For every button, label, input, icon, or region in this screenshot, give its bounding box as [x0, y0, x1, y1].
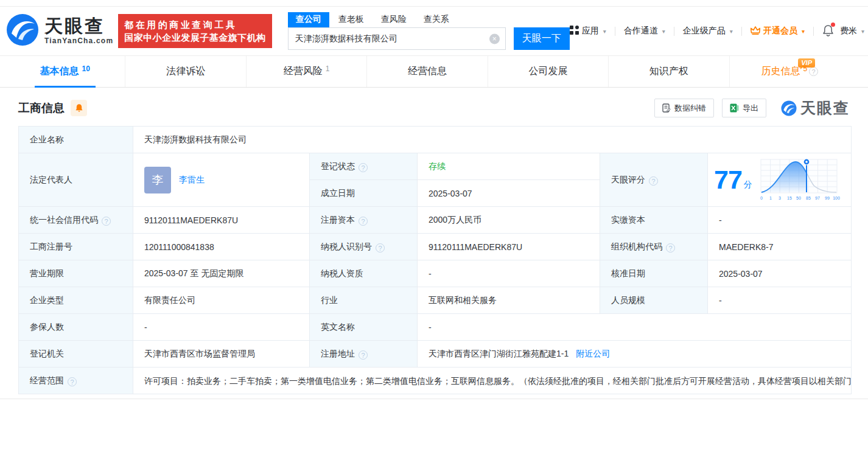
- username: 费米: [840, 26, 857, 37]
- menu-enterprise[interactable]: 企业级产品 ▾: [683, 26, 733, 37]
- section-title: 工商信息: [18, 100, 65, 116]
- field-label: 纳税人资质: [310, 260, 418, 287]
- tab-history-info[interactable]: VIP 历史信息 5 ?: [729, 56, 850, 87]
- clear-search-icon[interactable]: ×: [489, 33, 500, 44]
- divider: [741, 27, 742, 36]
- chart-tick: 99: [825, 196, 830, 200]
- field-label: 人员规模: [600, 287, 708, 314]
- business-term-value: 2025-03-07 至 无固定期限: [133, 260, 310, 287]
- english-name-value: -: [418, 314, 852, 341]
- question-icon[interactable]: ?: [68, 377, 77, 386]
- field-label: 法定代表人: [19, 153, 133, 207]
- tab-business-info[interactable]: 经营信息: [366, 56, 487, 87]
- tianyancha-logo-icon: [6, 13, 39, 49]
- field-label: 注册地址?: [310, 341, 418, 368]
- business-info-table: 企业名称 天津澎湃数据科技有限公司 法定代表人 李 李雷生 登记状态? 存续 天…: [18, 126, 852, 394]
- industry-value: 互联网和相关服务: [418, 287, 600, 314]
- question-icon[interactable]: ?: [649, 176, 658, 186]
- promo-line1: 都在用的商业查询工具: [124, 18, 266, 31]
- business-scope-value: 许可项目：拍卖业务；二手车拍卖；第一类增值电信业务；第二类增值电信业务；互联网信…: [133, 368, 852, 394]
- tab-basic-info[interactable]: 基本信息 10: [5, 56, 125, 87]
- search-input[interactable]: [288, 27, 506, 50]
- data-correction-label: 数据纠错: [674, 103, 706, 114]
- score-distribution-chart: 0 1 3 15 50 85 97 99 100: [758, 157, 840, 203]
- chevron-down-icon: ▾: [861, 28, 864, 35]
- field-label: 统一社会信用代码?: [19, 207, 133, 234]
- table-row: 企业类型 有限责任公司 行业 互联网和相关服务 人员规模 -: [19, 287, 852, 314]
- menu-apps[interactable]: 应用 ▾: [570, 26, 606, 37]
- table-row: 参保人数 - 英文名称 -: [19, 314, 852, 341]
- watermark-text: 天眼查: [800, 98, 850, 118]
- tab-label: 经营信息: [408, 65, 447, 78]
- tab-label: 历史信息: [761, 65, 800, 78]
- nearby-companies-link[interactable]: 附近公司: [576, 349, 610, 358]
- search-tab-boss[interactable]: 查老板: [331, 12, 372, 27]
- question-icon[interactable]: ?: [359, 163, 368, 172]
- divider: [615, 27, 615, 36]
- site-logo[interactable]: 天眼查 TianYanCha.com: [6, 13, 113, 49]
- menu-partner-label: 合作通道: [624, 26, 658, 37]
- data-correction-button[interactable]: 数据纠错: [654, 99, 714, 117]
- staff-size-value: -: [708, 287, 852, 314]
- tab-intellectual-property[interactable]: 知识产权: [608, 56, 729, 87]
- export-button[interactable]: 导出: [722, 99, 766, 117]
- menu-user[interactable]: 费米 ▾: [840, 26, 864, 37]
- section-header: 工商信息 数据纠错 导出: [18, 98, 850, 118]
- search-button[interactable]: 天眼一下: [514, 27, 570, 50]
- search-tab-relation[interactable]: 查关系: [416, 12, 457, 27]
- chart-tick: 1: [769, 196, 772, 200]
- search-tab-risk[interactable]: 查风险: [373, 12, 415, 27]
- chevron-down-icon: ▾: [802, 28, 805, 35]
- table-row: 经营范围? 许可项目：拍卖业务；二手车拍卖；第一类增值电信业务；第二类增值电信业…: [19, 368, 852, 394]
- question-icon[interactable]: ?: [376, 243, 385, 253]
- org-code-value: MAEDERK8-7: [708, 234, 852, 260]
- legal-rep-link[interactable]: 李雷生: [179, 175, 205, 186]
- question-icon[interactable]: ?: [359, 350, 368, 360]
- tab-label: 知识产权: [649, 65, 688, 78]
- search-box: 查公司 查老板 查风险 查关系 × 天眼一下: [288, 12, 570, 50]
- score-unit: 分: [744, 179, 752, 190]
- search-tabs: 查公司 查老板 查风险 查关系: [288, 12, 570, 27]
- score-cell: 77 分: [708, 153, 852, 207]
- company-name-value: 天津澎湃数据科技有限公司: [133, 127, 852, 153]
- field-label: 经营范围?: [19, 368, 133, 394]
- menu-partner[interactable]: 合作通道 ▾: [624, 26, 665, 37]
- notifications-bell[interactable]: [822, 24, 834, 38]
- question-icon[interactable]: ?: [666, 243, 675, 253]
- table-row: 工商注册号 120111000841838 纳税人识别号? 91120111MA…: [19, 234, 852, 260]
- divider: [813, 27, 814, 36]
- chevron-down-icon: ▾: [662, 28, 665, 35]
- tab-company-development[interactable]: 公司发展: [488, 56, 608, 87]
- top-menu: 应用 ▾ 合作通道 ▾ 企业级产品 ▾ 开通会员 ▾: [570, 24, 864, 38]
- reg-status-value: 存续: [418, 153, 600, 180]
- company-nav-tabs: 基本信息 10 法律诉讼 经营风险 1 经营信息 公司发展 知识产权 VIP 历…: [0, 55, 868, 88]
- chart-tick: 0: [760, 196, 763, 200]
- tianyancha-logo-icon: [781, 100, 797, 116]
- field-label: 登记机关: [19, 341, 133, 368]
- divider: [674, 27, 674, 36]
- tab-operation-risk[interactable]: 经营风险 1: [246, 56, 366, 87]
- menu-enterprise-label: 企业级产品: [683, 26, 726, 37]
- table-row: 营业期限 2025-03-07 至 无固定期限 纳税人资质 - 核准日期 202…: [19, 260, 852, 287]
- field-label: 参保人数: [19, 314, 133, 341]
- question-icon[interactable]: ?: [359, 217, 368, 226]
- table-row: 法定代表人 李 李雷生 登记状态? 存续 天眼评分? 77 分: [19, 153, 852, 180]
- menu-vip[interactable]: 开通会员 ▾: [751, 26, 805, 37]
- chevron-down-icon: ▾: [730, 28, 733, 35]
- question-icon[interactable]: ?: [809, 67, 818, 76]
- avatar[interactable]: 李: [144, 167, 171, 193]
- field-label: 天眼评分?: [600, 153, 708, 207]
- establish-date-value: 2025-03-07: [418, 180, 600, 207]
- tab-label: 基本信息: [40, 65, 79, 78]
- reg-address-value: 天津市西青区津门湖街江雅苑配建1-1 附近公司: [418, 341, 852, 368]
- field-label: 成立日期: [310, 180, 418, 207]
- field-label: 登记状态?: [310, 153, 418, 180]
- legal-rep-cell: 李 李雷生: [133, 153, 310, 207]
- brand-domain: TianYanCha.com: [44, 37, 113, 45]
- tab-legal-proceedings[interactable]: 法律诉讼: [125, 56, 245, 87]
- subscribe-bell-button[interactable]: [71, 100, 87, 116]
- tab-label: 公司发展: [528, 65, 567, 78]
- search-tab-company[interactable]: 查公司: [288, 12, 329, 27]
- question-icon[interactable]: ?: [102, 217, 111, 226]
- tianyancha-watermark: 天眼查: [781, 98, 850, 118]
